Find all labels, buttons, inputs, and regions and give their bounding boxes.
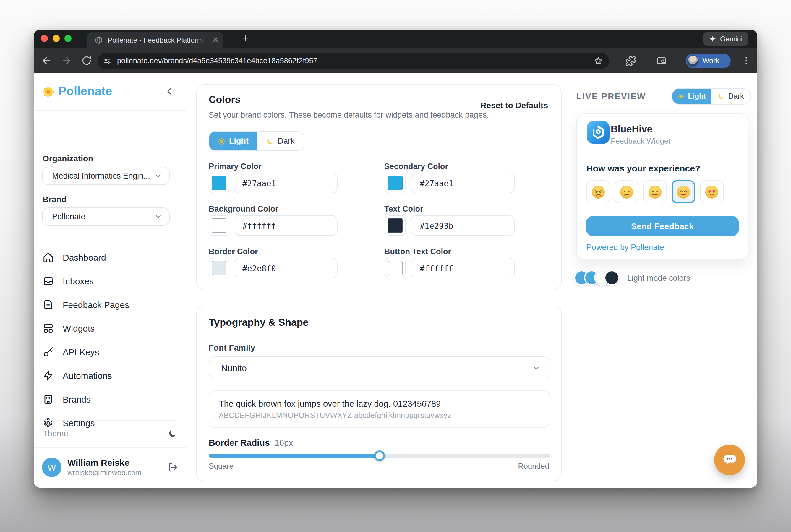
extensions-icon[interactable]: [625, 56, 636, 66]
address-bar[interactable]: pollenate.dev/brands/d4a5e34539c341e4bce…: [97, 53, 609, 69]
browser-tab[interactable]: Pollenate - Feedback Platform: [87, 32, 224, 48]
swatch-caption: Light mode colors: [627, 273, 690, 282]
sidebar-item-label: Settings: [63, 418, 95, 428]
font-preview-line1: The quick brown fox jumps over the lazy …: [219, 399, 540, 408]
happy-face-icon: [676, 185, 691, 199]
new-tab-button[interactable]: [242, 34, 249, 42]
reload-icon[interactable]: [81, 55, 92, 66]
colors-card-description: Set your brand colors. These become defa…: [209, 111, 489, 119]
preview-light-button[interactable]: Light: [672, 89, 711, 104]
user-profile[interactable]: W William Reiske wreiske@mieweb.com: [42, 457, 178, 477]
sidebar-item-label: Widgets: [63, 323, 95, 333]
gemini-button[interactable]: Gemini: [703, 32, 749, 45]
font-preview-box: The quick brown fox jumps over the lazy …: [209, 390, 550, 428]
sidebar-item-label: API Keys: [63, 347, 99, 357]
sidebar-item-inboxes[interactable]: Inboxes: [42, 271, 177, 290]
color-swatch-button[interactable]: [209, 258, 229, 279]
slider-handle[interactable]: [374, 451, 385, 461]
powered-by-link[interactable]: Powered by Pollenate: [586, 243, 664, 252]
color-swatch-button[interactable]: [209, 215, 229, 236]
rating-row: [586, 180, 723, 203]
dark-label: Dark: [728, 92, 744, 100]
angry-face-icon: [591, 185, 605, 199]
organization-select[interactable]: Medical Informatics Engin...: [42, 167, 170, 185]
sidebar-item-brands[interactable]: Brands: [42, 390, 177, 408]
background-color-input[interactable]: [233, 215, 338, 236]
logout-icon[interactable]: [168, 462, 178, 472]
forward-icon[interactable]: [61, 55, 72, 66]
tab-title: Pollenate - Feedback Platform: [108, 36, 210, 44]
text-color-input[interactable]: [411, 215, 515, 236]
neutral-face-icon: [648, 185, 662, 199]
typography-card: Typography & Shape Font Family Nunito Th…: [196, 306, 562, 481]
border-radius-value: 16px: [275, 438, 293, 448]
profile-label: Work: [702, 57, 719, 65]
rating-disappointed-button[interactable]: [615, 180, 639, 203]
desktop: Pollenate - Feedback Platform Gemini pol…: [0, 0, 791, 532]
url-text: pollenate.dev/brands/d4a5e34539c341e4bce…: [117, 57, 594, 65]
toolbar-divider: [645, 57, 646, 65]
border-radius-slider[interactable]: [209, 454, 550, 457]
typography-card-title: Typography & Shape: [209, 317, 308, 329]
color-swatch-button[interactable]: [385, 258, 406, 279]
sidebar-item-feedback-pages[interactable]: Feedback Pages: [42, 295, 177, 314]
send-feedback-button[interactable]: Send Feedback: [586, 216, 739, 236]
heart-eyes-face-icon: [705, 185, 719, 199]
font-family-label: Font Family: [209, 343, 255, 352]
organization-label: Organization: [42, 154, 93, 163]
field-label: Background Color: [209, 205, 279, 213]
rating-neutral-button[interactable]: [643, 180, 667, 203]
app-logo-text: Pollenate: [58, 84, 112, 98]
mode-color-swatches: Light mode colors: [574, 270, 690, 285]
slider-max-label: Rounded: [518, 462, 549, 471]
sidebar-item-dashboard[interactable]: Dashboard: [42, 248, 177, 267]
gemini-label: Gemini: [720, 35, 742, 43]
chat-button[interactable]: [714, 444, 745, 475]
brand-select[interactable]: Pollenate: [42, 208, 170, 226]
avatar: W: [42, 457, 61, 477]
site-info-icon[interactable]: [103, 56, 112, 65]
color-swatch-button[interactable]: [209, 173, 229, 193]
moon-icon[interactable]: [168, 429, 177, 438]
rating-love-button[interactable]: [700, 180, 723, 203]
tab-close-icon[interactable]: [212, 37, 219, 43]
widget-brand-name: BlueHive: [611, 124, 652, 135]
border-color-input[interactable]: [233, 258, 338, 279]
field-label: Button Text Color: [384, 247, 451, 256]
sidebar: Pollenate Organization Medical Informati…: [34, 73, 186, 488]
minimize-window-button[interactable]: [53, 35, 60, 42]
color-swatch-button[interactable]: [385, 215, 406, 236]
reset-to-defaults-button[interactable]: Reset to Defaults: [480, 100, 548, 110]
feedback-widget-preview: BlueHive Feedback Widget How was your ex…: [577, 114, 749, 260]
main-area: Colors Set your brand colors. These beco…: [186, 73, 757, 488]
back-icon[interactable]: [41, 55, 52, 66]
widget-question: How was your experience?: [586, 163, 700, 173]
primary-color-input[interactable]: [233, 173, 338, 193]
chevron-down-icon: [154, 213, 162, 221]
sidebar-item-automations[interactable]: Automations: [42, 366, 177, 385]
sun-icon: [217, 137, 226, 145]
dark-mode-button[interactable]: Dark: [257, 132, 304, 150]
sidebar-item-api-keys[interactable]: API Keys: [42, 342, 177, 361]
menu-dots-icon[interactable]: [741, 56, 751, 65]
font-family-select[interactable]: Nunito: [209, 357, 550, 380]
secondary-color-input[interactable]: [411, 173, 515, 193]
sidebar-collapse-button[interactable]: [165, 87, 174, 96]
bookmark-star-icon[interactable]: [594, 56, 603, 65]
field-label: Text Color: [384, 205, 423, 213]
sidebar-divider: [34, 448, 186, 448]
search-panel-icon[interactable]: [656, 56, 667, 66]
rating-angry-button[interactable]: [586, 180, 610, 203]
close-window-button[interactable]: [41, 35, 48, 42]
light-mode-button[interactable]: Light: [209, 132, 257, 150]
user-name: William Reiske: [68, 457, 168, 468]
logo-row: Pollenate: [34, 73, 186, 111]
zoom-window-button[interactable]: [64, 35, 72, 42]
theme-row: Theme: [42, 429, 177, 438]
profile-button[interactable]: Work: [686, 54, 731, 68]
preview-dark-button[interactable]: Dark: [711, 89, 750, 104]
rating-happy-button[interactable]: [672, 180, 695, 203]
button-text-color-input[interactable]: [411, 258, 515, 279]
sidebar-item-widgets[interactable]: Widgets: [42, 319, 177, 338]
color-swatch-button[interactable]: [385, 173, 406, 193]
